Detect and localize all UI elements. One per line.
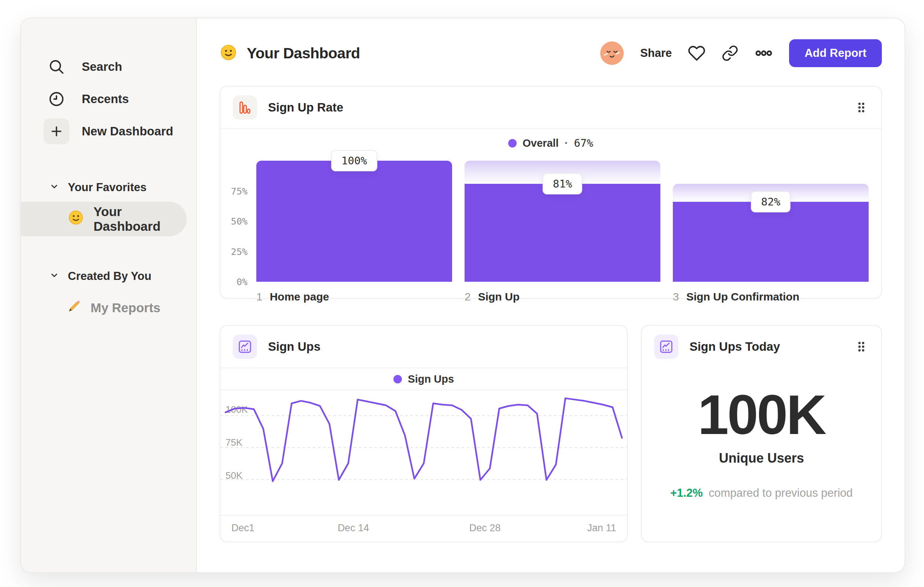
funnel-step-labels: 1Home page2Sign Up3Sign Up Confirmation bbox=[220, 282, 881, 303]
funnel-step-label: 2Sign Up bbox=[465, 291, 660, 303]
share-button[interactable]: Share bbox=[640, 46, 672, 60]
plus-icon bbox=[44, 119, 69, 144]
app-window: Search Recents New Dashboard Your Favori… bbox=[20, 18, 905, 573]
sidebar-item-label: My Reports bbox=[91, 301, 161, 315]
line-x-tick: Dec 14 bbox=[338, 523, 369, 534]
drag-handle-icon[interactable] bbox=[854, 339, 869, 354]
sidebar-item-new-dashboard[interactable]: New Dashboard bbox=[21, 115, 196, 147]
copy-link-icon[interactable] bbox=[722, 45, 738, 62]
line-x-tick: Dec 28 bbox=[469, 523, 501, 534]
add-report-button[interactable]: Add Report bbox=[789, 39, 882, 67]
funnel-step-bar[interactable]: 100% bbox=[256, 161, 452, 282]
line-legend: Sign Ups bbox=[220, 368, 627, 390]
pencil-emoji-icon bbox=[66, 299, 82, 317]
main-content: Your Dashboard Share Add Report bbox=[197, 18, 904, 572]
sign-ups-card: Sign Ups Sign Ups 50K75K100K Dec1Dec 14D… bbox=[219, 325, 628, 542]
line-x-tick: Dec1 bbox=[231, 523, 254, 534]
sidebar: Search Recents New Dashboard Your Favori… bbox=[21, 18, 197, 572]
sidebar-item-your-dashboard[interactable]: Your Dashboard bbox=[21, 202, 186, 236]
sidebar-item-label: Recents bbox=[82, 92, 129, 106]
step-index: 1 bbox=[256, 291, 262, 303]
smiley-emoji-icon bbox=[219, 44, 237, 63]
step-name: Sign Up Confirmation bbox=[686, 291, 799, 303]
funnel-converted-area bbox=[673, 202, 869, 282]
avatar[interactable] bbox=[600, 41, 624, 65]
step-name: Home page bbox=[270, 291, 329, 303]
funnel-converted-area bbox=[256, 161, 452, 282]
funnel-y-tick: 25% bbox=[231, 246, 248, 257]
funnel-step-label: 1Home page bbox=[256, 291, 452, 303]
section-label: Created By You bbox=[68, 270, 152, 283]
step-index: 2 bbox=[465, 291, 471, 303]
funnel-step-bar[interactable]: 81% bbox=[465, 161, 660, 282]
card-title: Sign Ups Today bbox=[689, 340, 780, 354]
search-icon bbox=[44, 54, 69, 79]
dashboard-header: Your Dashboard Share Add Report bbox=[219, 23, 882, 84]
favorite-heart-icon[interactable] bbox=[688, 45, 705, 62]
legend-dot-icon bbox=[508, 139, 516, 147]
metric-delta: +1.2% bbox=[670, 486, 703, 500]
line-chart-icon bbox=[233, 335, 257, 359]
metric-delta-note: compared to previous period bbox=[709, 486, 853, 500]
funnel-bars: 100%81%82% bbox=[256, 161, 869, 282]
conversion-badge: 82% bbox=[751, 191, 790, 212]
drag-handle-icon[interactable] bbox=[854, 100, 869, 115]
line-chart-icon bbox=[654, 335, 678, 359]
sidebar-item-my-reports[interactable]: My Reports bbox=[21, 292, 196, 324]
sign-up-rate-card: Sign Up Rate Overall · 67% 0%25%50%75% 1… bbox=[219, 86, 882, 299]
step-name: Sign Up bbox=[478, 291, 520, 303]
sidebar-item-label: Search bbox=[82, 60, 122, 74]
card-title: Sign Ups bbox=[268, 340, 320, 354]
sign-ups-today-card: Sign Ups Today 100K Unique Users +1.2% c… bbox=[641, 325, 882, 542]
bar-chart-icon bbox=[233, 95, 257, 120]
funnel-y-tick: 50% bbox=[231, 216, 248, 227]
legend-separator: · bbox=[565, 137, 568, 149]
step-index: 3 bbox=[673, 291, 679, 303]
section-label: Your Favorites bbox=[68, 181, 147, 194]
chevron-down-icon bbox=[50, 270, 59, 283]
chevron-down-icon bbox=[50, 181, 59, 194]
funnel-y-tick: 0% bbox=[236, 277, 248, 287]
funnel-y-tick: 75% bbox=[231, 186, 248, 196]
metric-value: 100K bbox=[698, 387, 825, 442]
sidebar-section-your-favorites[interactable]: Your Favorites bbox=[21, 177, 196, 198]
sidebar-item-recents[interactable]: Recents bbox=[21, 83, 196, 115]
funnel-chart: 0%25%50%75% 100%81%82% bbox=[220, 161, 881, 282]
sidebar-item-label: New Dashboard bbox=[82, 124, 173, 138]
legend-overall-value: 67% bbox=[574, 137, 593, 149]
funnel-converted-area bbox=[465, 184, 660, 282]
legend-dot-icon bbox=[393, 375, 402, 384]
more-options-icon[interactable] bbox=[755, 44, 773, 62]
funnel-legend: Overall · 67% bbox=[220, 129, 881, 157]
smiley-emoji-icon bbox=[68, 210, 84, 228]
line-chart-plot: 50K75K100K bbox=[220, 390, 627, 516]
page-title: Your Dashboard bbox=[247, 45, 360, 62]
sign-ups-line-series bbox=[226, 398, 622, 481]
funnel-y-axis: 0%25%50%75% bbox=[224, 161, 256, 282]
funnel-step-bar[interactable]: 82% bbox=[673, 161, 869, 282]
line-x-tick: Jan 11 bbox=[587, 523, 616, 534]
legend-series-name: Sign Ups bbox=[408, 373, 454, 385]
conversion-badge: 100% bbox=[331, 150, 377, 171]
metric-label: Unique Users bbox=[719, 451, 804, 466]
card-title: Sign Up Rate bbox=[268, 101, 343, 114]
clock-icon bbox=[44, 86, 69, 112]
funnel-step-label: 3Sign Up Confirmation bbox=[673, 291, 869, 303]
line-chart-x-axis: Dec1Dec 14Dec 28Jan 11 bbox=[220, 516, 627, 542]
conversion-badge: 81% bbox=[543, 173, 582, 194]
sidebar-item-search[interactable]: Search bbox=[21, 51, 196, 83]
sidebar-item-label: Your Dashboard bbox=[94, 204, 186, 234]
sidebar-section-created-by-you[interactable]: Created By You bbox=[21, 266, 196, 287]
legend-series-name: Overall bbox=[523, 137, 558, 149]
